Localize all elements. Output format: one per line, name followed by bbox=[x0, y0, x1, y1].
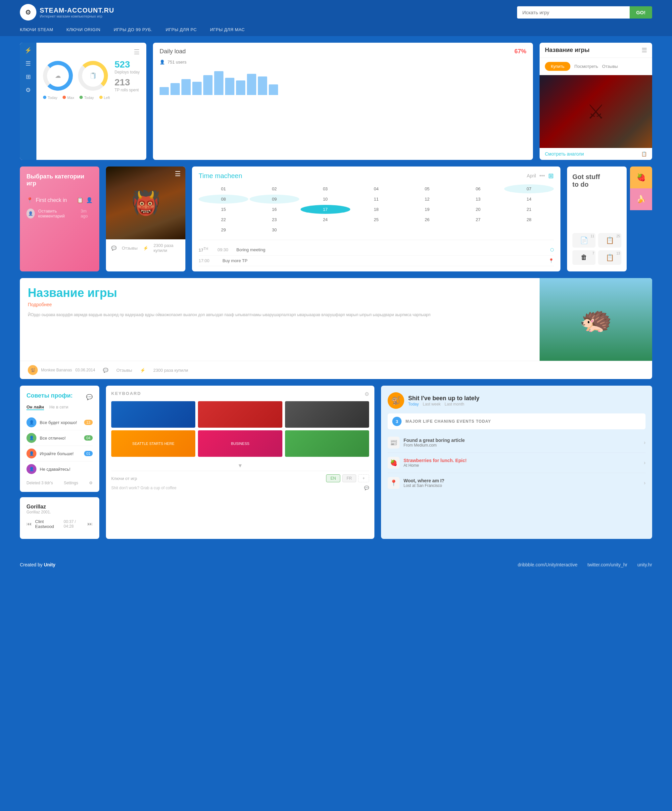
task-icon-3[interactable]: 🗑 7 bbox=[572, 250, 596, 265]
cal-day[interactable]: 14 bbox=[504, 195, 554, 204]
cal-day[interactable]: 30 bbox=[249, 226, 299, 234]
cal-day[interactable]: 18 bbox=[351, 205, 401, 214]
chevron-1[interactable]: › bbox=[644, 439, 645, 446]
cal-day[interactable]: 04 bbox=[351, 184, 401, 193]
cal-day[interactable]: 29 bbox=[199, 226, 248, 234]
promo-sub[interactable]: Подробнее bbox=[28, 302, 532, 307]
promo-image: 🦔 bbox=[540, 278, 652, 361]
settings-icon2[interactable]: ⚙ bbox=[89, 481, 93, 485]
cal-day[interactable]: 15 bbox=[199, 205, 248, 214]
cal-day[interactable]: 26 bbox=[402, 215, 452, 224]
lang-buttons: EN FR + bbox=[326, 474, 369, 482]
game-title-header: Название игры ☰ bbox=[540, 43, 652, 58]
list-icon[interactable]: ☰ bbox=[25, 60, 31, 67]
cal-day[interactable]: 21 bbox=[504, 205, 554, 214]
shit-title-1: Found a great boring article bbox=[404, 438, 640, 443]
task-icon-4[interactable]: 📋 13 bbox=[598, 250, 621, 265]
users-row: 👤 751 users bbox=[160, 59, 526, 64]
tab-last-month[interactable]: Last month bbox=[445, 402, 464, 407]
game-promo-text: Название игры Подробнее ЙОрдо оырава вао… bbox=[20, 278, 540, 361]
keyboard-chat-icon: 💬 bbox=[364, 485, 369, 490]
grid-icon[interactable]: ⊞ bbox=[26, 73, 31, 80]
cal-header: Time macheen April ••• ⊞ bbox=[199, 172, 554, 180]
cal-day[interactable]: 22 bbox=[199, 215, 248, 224]
tab-buy[interactable]: Купить bbox=[545, 62, 570, 71]
cal-day[interactable]: 12 bbox=[402, 195, 452, 204]
prev-icon[interactable]: ⏮ bbox=[27, 521, 32, 527]
lang-fr[interactable]: FR bbox=[342, 474, 356, 482]
search-input[interactable] bbox=[517, 6, 630, 19]
cal-day[interactable]: 05 bbox=[402, 184, 452, 193]
chevron-3[interactable]: › bbox=[644, 480, 645, 486]
cal-day[interactable]: 03 bbox=[300, 184, 350, 193]
tab-reviews[interactable]: Отзывы bbox=[602, 64, 618, 69]
shit-text-3: Woot, where am I? Lost at San Francisco bbox=[404, 478, 640, 488]
music-time: 00:37 / 04:28 bbox=[64, 519, 84, 529]
nav-steam[interactable]: КЛЮЧИ STEAM bbox=[20, 27, 53, 32]
cal-day[interactable]: 20 bbox=[453, 205, 503, 214]
tab-online[interactable]: Он лайн bbox=[27, 404, 44, 410]
cal-day[interactable]: 11 bbox=[351, 195, 401, 204]
nav-mac[interactable]: ИГРЫ ДЛЯ МАС bbox=[210, 27, 244, 32]
tab-offline[interactable]: Не в сети bbox=[49, 404, 68, 410]
sovety-title: Советы профи: bbox=[27, 392, 73, 399]
game2-image: 👹 bbox=[106, 166, 185, 239]
cal-day[interactable]: 25 bbox=[351, 215, 401, 224]
lightning-icon[interactable]: ⚡ bbox=[24, 47, 32, 54]
logo-area: ⚙ STEAM-ACCOUNT.RU Интернет магазин комп… bbox=[20, 4, 114, 20]
chevron-2[interactable]: › bbox=[644, 460, 645, 466]
keyboard-thumb-6 bbox=[285, 430, 369, 457]
next-icon[interactable]: ⏭ bbox=[87, 521, 93, 527]
search-button[interactable]: GO! bbox=[630, 6, 652, 19]
footer-settings[interactable]: Settings bbox=[64, 481, 78, 485]
nav-budget[interactable]: ИГРЫ ДО 99 РУБ. bbox=[114, 27, 152, 32]
dot-orange bbox=[63, 96, 66, 99]
stats-header: ☰ bbox=[43, 48, 140, 56]
cal-grid-icon[interactable]: ⊞ bbox=[548, 172, 554, 180]
cal-day-highlight[interactable]: 09 bbox=[249, 195, 299, 204]
scroll-down-icon[interactable]: ▼ bbox=[111, 461, 369, 471]
tab-last-week[interactable]: Last week bbox=[423, 402, 441, 407]
footer-link-unity[interactable]: unity.hr bbox=[637, 562, 652, 567]
cal-day[interactable]: 24 bbox=[300, 215, 350, 224]
nav-pc[interactable]: ИГРЫ ДЛЯ РС bbox=[166, 27, 197, 32]
tab-view[interactable]: Посмотреть bbox=[574, 64, 598, 69]
cal-day[interactable]: 01 bbox=[199, 184, 248, 193]
footer-link-twitter[interactable]: twitter.com/unity_hr bbox=[587, 562, 628, 567]
cal-day[interactable]: 06 bbox=[453, 184, 503, 193]
cal-day[interactable]: 10 bbox=[300, 195, 350, 204]
cal-day[interactable]: 13 bbox=[453, 195, 503, 204]
cal-day[interactable]: 28 bbox=[504, 215, 554, 224]
cal-day[interactable]: 23 bbox=[249, 215, 299, 224]
banana-button[interactable]: 🍌 bbox=[630, 188, 652, 210]
game-artwork bbox=[540, 75, 652, 148]
cal-day-highlight[interactable]: 08 bbox=[199, 195, 248, 204]
logo-icon: ⚙ bbox=[20, 4, 36, 20]
cal-day-today[interactable]: 17 bbox=[300, 205, 350, 214]
cal-more-icon[interactable]: ••• bbox=[539, 173, 545, 179]
game2-menu-icon[interactable]: ☰ bbox=[175, 170, 181, 178]
cal-day[interactable]: 19 bbox=[402, 205, 452, 214]
analogs-icon: 📋 bbox=[641, 151, 647, 156]
cal-day-highlight[interactable]: 07 bbox=[504, 184, 554, 193]
sovety-chat-icon[interactable]: 💬 bbox=[86, 394, 93, 400]
lang-en[interactable]: EN bbox=[326, 474, 340, 482]
cal-day[interactable]: 27 bbox=[453, 215, 503, 224]
stats-numbers: 523 Deploys today 213 TP rolls spent bbox=[115, 59, 140, 92]
cal-day[interactable]: 02 bbox=[249, 184, 299, 193]
keyboard-settings-icon[interactable]: ⚙ bbox=[365, 391, 369, 397]
task-icon-2[interactable]: 📋 25 bbox=[598, 233, 621, 248]
stats-menu-icon[interactable]: ☰ bbox=[134, 48, 140, 56]
nav-origin[interactable]: КЛЮЧИ ORIGIN bbox=[66, 27, 101, 32]
settings-icon[interactable]: ⚙ bbox=[25, 87, 31, 94]
game-menu-icon[interactable]: ☰ bbox=[641, 47, 647, 54]
cal-day[interactable]: 16 bbox=[249, 205, 299, 214]
shit-avatar: 🐒 bbox=[388, 392, 404, 409]
task-icon-1[interactable]: 📄 11 bbox=[572, 233, 596, 248]
analogs-text[interactable]: Смотреть анаголи bbox=[545, 151, 584, 156]
tab-today[interactable]: Today bbox=[408, 402, 419, 407]
strawberry-button[interactable]: 🍓 bbox=[630, 166, 652, 188]
footer-link-dribbble[interactable]: dribbble.com/UnityInteractive bbox=[518, 562, 578, 567]
lang-add[interactable]: + bbox=[358, 474, 369, 482]
stats-legend: Today Max Today Left bbox=[43, 96, 140, 100]
